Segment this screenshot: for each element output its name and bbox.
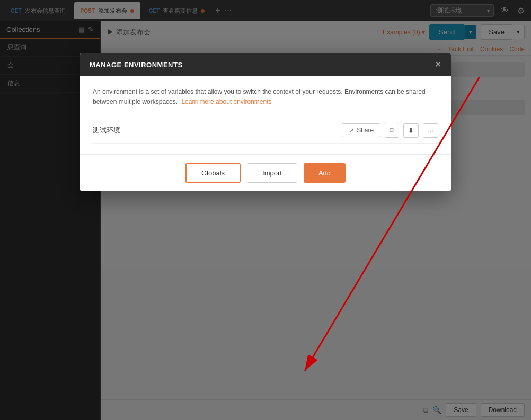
manage-environments-modal: MANAGE ENVIRONMENTS ✕ An environment is … (80, 53, 451, 191)
add-button[interactable]: Add (304, 163, 346, 183)
modal-close-button[interactable]: ✕ (435, 60, 441, 69)
import-button[interactable]: Import (247, 163, 297, 183)
share-button[interactable]: ↗ Share (342, 123, 380, 137)
modal-header: MANAGE ENVIRONMENTS ✕ (80, 53, 451, 76)
share-label: Share (357, 127, 374, 134)
environment-row: 测试环境 ↗ Share ⧉ ⬇ ··· (93, 118, 438, 144)
duplicate-button[interactable]: ⧉ (385, 123, 399, 138)
modal-body: An environment is a set of variables tha… (80, 76, 451, 154)
env-action-buttons: ↗ Share ⧉ ⬇ ··· (342, 123, 438, 138)
learn-more-link[interactable]: Learn more about environments (181, 98, 271, 105)
more-env-button[interactable]: ··· (423, 123, 438, 138)
download-env-button[interactable]: ⬇ (403, 123, 419, 138)
share-icon: ↗ (349, 127, 354, 134)
modal-overlay: MANAGE ENVIRONMENTS ✕ An environment is … (0, 0, 531, 420)
modal-title: MANAGE ENVIRONMENTS (90, 61, 183, 69)
env-name-label: 测试环境 (93, 126, 342, 135)
modal-description: An environment is a set of variables tha… (93, 87, 438, 107)
globals-button[interactable]: Globals (185, 163, 241, 183)
modal-footer: Globals Import Add (80, 154, 451, 191)
